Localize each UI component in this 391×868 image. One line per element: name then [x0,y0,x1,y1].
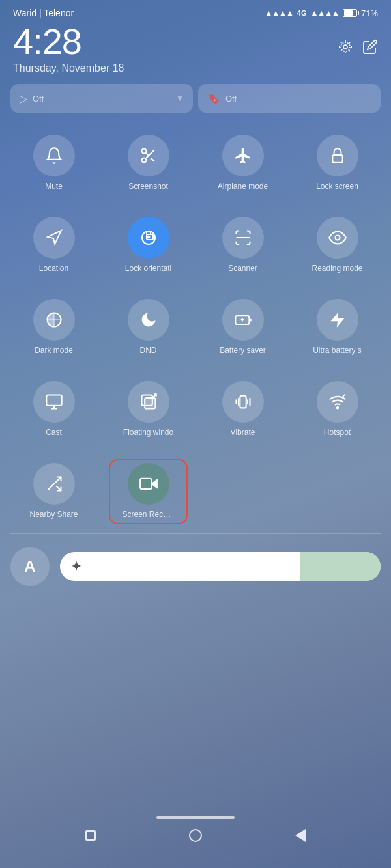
tile-lock-screen-label: Lock screen [316,182,358,191]
brightness-icon: ✦ [70,558,82,575]
tile-screenshot-circle [128,135,169,176]
tile-mute[interactable]: Mute [7,126,101,197]
tile-dnd-circle [128,299,169,341]
nav-back-button[interactable] [295,829,306,842]
svg-rect-23 [240,396,246,408]
svg-point-1 [341,42,350,51]
arrow-icon: ▷ [20,92,27,105]
top-quick-tiles: ▷ Off ▼ 🔖 Off [0,84,391,120]
tile-lock-orientation[interactable]: Lock orientati [101,208,195,279]
tile-ultra-battery-circle [317,299,358,341]
tile-location-circle [33,217,75,259]
tile-reading-mode-circle [317,217,358,259]
tile-empty-1 [195,454,290,525]
tile-lock-screen-circle [317,135,358,176]
svg-marker-8 [48,231,61,244]
tile-airplane[interactable]: Airplane mode [195,126,290,197]
time-icons [338,39,378,59]
tile-scanner-circle [222,217,264,259]
tile-vibrate[interactable]: Vibrate [195,372,290,443]
tile-dnd-label: DND [140,346,157,355]
bottom-controls: A ✦ [0,537,391,591]
tile-location-label: Location [39,264,68,273]
tile-floating-window[interactable]: Floating windo [101,372,195,443]
tile-screen-record-circle [128,463,169,505]
svg-marker-16 [330,312,344,327]
svg-point-2 [141,149,146,154]
tile-hotspot-label: Hotspot [324,428,351,437]
settings-icon[interactable] [338,39,353,59]
tile-lock-orientation-circle [128,217,169,259]
tile-battery-saver[interactable]: Battery saver [195,290,290,361]
tile-vibrate-circle [222,381,264,423]
clock-time: 4:28 [13,23,124,60]
tile-screenshot-label: Screenshot [128,182,168,191]
signal-icon-2: ▲▲▲▲ [310,8,339,18]
tile-lock-orientation-label: Lock orientati [125,264,171,273]
tile-location[interactable]: Location [7,208,101,279]
svg-rect-21 [145,398,155,408]
tile-mute-label: Mute [45,182,63,191]
status-right: ▲▲▲▲ 4G ▲▲▲▲ 71% [265,8,378,18]
quick-grid-row4: Cast Floating windo Vibrate [0,367,391,449]
tile-ultra-battery-label: Ultra battery s [313,346,362,355]
tile-empty-2 [290,454,384,525]
tile-lock-screen[interactable]: Lock screen [290,126,384,197]
tile-airplane-label: Airplane mode [218,182,268,191]
tile-airplane-circle [222,135,264,176]
top-tile-right[interactable]: 🔖 Off [198,84,381,113]
nav-recents-button[interactable] [85,830,96,841]
quick-grid-row1: Mute Screenshot Airplane mode Lock scree… [0,120,391,203]
top-tile-left[interactable]: ▷ Off ▼ [10,84,193,113]
top-tile-left-label: Off [33,94,44,104]
tile-nearby-share-label: Nearby Share [29,510,78,519]
svg-point-9 [147,236,149,238]
svg-rect-7 [332,155,342,163]
tile-dark-mode[interactable]: Dark mode [7,290,101,361]
top-tile-right-label: Off [225,94,237,104]
tile-hotspot-circle [317,381,358,423]
time-date: 4:28 Thursday, November 18 [13,23,124,74]
tile-hotspot[interactable]: Hotspot [290,372,384,443]
brightness-slider[interactable]: ✦ [60,552,381,581]
tile-reading-mode-label: Reading mode [311,264,362,273]
edit-icon[interactable] [362,39,378,59]
tile-battery-saver-label: Battery saver [220,346,266,355]
quick-grid-row2: Location Lock orientati Scanner Reading … [0,203,391,285]
signal-icon: ▲▲▲▲ [265,8,293,18]
tile-mute-circle [33,135,75,176]
nav-bar [0,816,391,868]
tile-screenshot[interactable]: Screenshot [101,126,195,197]
tile-ultra-battery[interactable]: Ultra battery s [290,290,384,361]
tile-cast-circle [33,381,75,423]
tile-cast[interactable]: Cast [7,372,101,443]
tile-reading-mode[interactable]: Reading mode [290,208,384,279]
status-bar: Warid | Telenor ▲▲▲▲ 4G ▲▲▲▲ 71% [0,0,391,23]
bookmark-icon: 🔖 [207,92,220,105]
svg-rect-33 [140,479,152,489]
font-size-button[interactable]: A [10,547,50,586]
tile-screen-record[interactable]: Screen Recor… [101,454,195,525]
network-type: 4G [297,9,307,17]
tile-scanner[interactable]: Scanner [195,208,290,279]
quick-grid-row3: Dark mode DND Battery saver Ultra b [0,285,391,367]
quick-grid-row5: Nearby Share Screen Recor… [0,449,391,531]
svg-line-29 [342,394,345,397]
tile-dnd[interactable]: DND [101,290,195,361]
svg-marker-32 [151,480,156,488]
font-size-label: A [24,557,35,576]
brightness-fill [300,552,381,581]
tile-screen-record-label: Screen Recor… [123,510,175,519]
svg-rect-17 [46,395,61,406]
nav-home-button[interactable] [189,829,202,842]
battery-icon [343,9,357,17]
tile-cast-label: Cast [46,428,62,437]
svg-point-11 [335,236,340,240]
tile-scanner-label: Scanner [228,264,257,273]
clock-date: Thursday, November 18 [13,63,124,74]
tile-vibrate-label: Vibrate [231,428,255,437]
svg-point-0 [343,45,347,49]
nav-buttons [0,829,391,842]
tile-nearby-share[interactable]: Nearby Share [7,454,101,525]
tile-floating-window-circle [128,381,169,423]
